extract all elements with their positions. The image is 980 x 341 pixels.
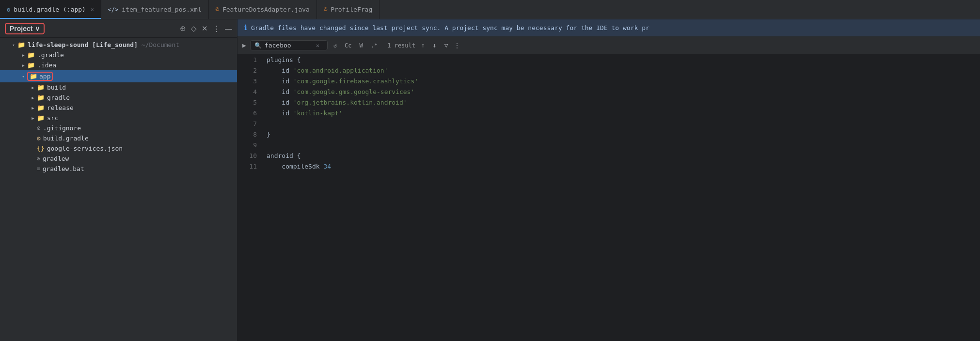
tab-close-build-gradle[interactable]: ✕ <box>91 6 94 13</box>
xml-tab-icon: </> <box>108 6 119 13</box>
tree-label-src: src <box>47 114 58 122</box>
bat-icon: ≡ <box>37 166 40 172</box>
code-line-10: android { <box>267 151 975 161</box>
java-tab-icon-1: © <box>216 6 219 13</box>
chevron-down-icon: ∨ <box>35 25 40 32</box>
expand-arrow-release[interactable]: ▶ <box>29 106 37 110</box>
search-clear-button[interactable]: ✕ <box>316 42 319 49</box>
expand-arrow-gradle[interactable]: ▶ <box>29 95 37 100</box>
folder-icon-root: 📁 <box>17 41 25 48</box>
tree-item-gradlew-bat[interactable]: ▶ ≡ gradlew.bat <box>0 164 237 174</box>
expand-arrow-root[interactable]: ▾ <box>10 43 17 47</box>
folder-icon-gradle: 📁 <box>37 94 45 101</box>
tree-label-app: app <box>39 73 50 80</box>
tab-label-build-gradle: build.gradle (:app) <box>14 6 86 13</box>
tree-label-gitignore: .gitignore <box>43 124 81 132</box>
content-area: ℹ Gradle files have changed since last p… <box>237 19 980 341</box>
tree-item-release[interactable]: ▶ 📁 release <box>0 103 237 113</box>
folder-icon-idea: 📁 <box>27 62 35 69</box>
tab-item-featured-pos[interactable]: </> item_featured_pos.xml <box>101 0 209 19</box>
sidebar: Project ∨ ⊕ ◇ ✕ ⋮ — ▾ 📁 life-sleep-sound… <box>0 19 237 341</box>
tab-feature-dots-adapter[interactable]: © FeatureDotsAdapter.java <box>209 0 317 19</box>
expand-arrow-build[interactable]: ▶ <box>29 85 37 90</box>
line-numbers: 1 2 3 4 5 6 7 8 9 10 11 <box>237 55 262 341</box>
search-input-wrapper: 🔍 ✕ <box>250 40 328 50</box>
info-banner: ℹ Gradle files have changed since last p… <box>237 19 980 36</box>
sidebar-actions: ⊕ ◇ ✕ ⋮ — <box>180 24 232 33</box>
search-magnify-icon: 🔍 <box>254 42 262 49</box>
search-options: ↺ Cc W .* <box>332 42 379 49</box>
search-more-icon[interactable]: ⋮ <box>454 42 460 49</box>
code-line-11: compileSdk 34 <box>267 161 975 172</box>
folder-icon-release: 📁 <box>37 104 45 111</box>
globe-icon-button[interactable]: ⊕ <box>180 24 186 33</box>
expand-arrow-idea[interactable]: ▶ <box>19 63 27 68</box>
tree-item-root[interactable]: ▾ 📁 life-sleep-sound [Life_sound] ~/Docu… <box>0 40 237 50</box>
folder-icon-gradle-hidden: 📁 <box>27 51 35 59</box>
tree-item-gradle-hidden[interactable]: ▶ 📁 .gradle <box>0 50 237 60</box>
app-folder-highlighted: 📁 app <box>27 72 53 81</box>
tab-build-gradle[interactable]: ⚙ build.gradle (:app) ✕ <box>0 0 101 19</box>
tree-label-release: release <box>47 104 74 111</box>
tree-label-google-services: google-services.json <box>47 145 123 152</box>
code-line-3: id 'com.google.firebase.crashlytics' <box>267 76 975 87</box>
tree-label-root: life-sleep-sound [Life_sound] ~/Document <box>28 41 179 48</box>
project-title-label: Project <box>10 25 32 32</box>
tab-bar: ⚙ build.gradle (:app) ✕ </> item_feature… <box>0 0 980 19</box>
json-file-icon: {} <box>37 145 45 152</box>
tree-item-build-gradle[interactable]: ▶ ⚙ build.gradle <box>0 133 237 143</box>
code-line-2: id 'com.android.application' <box>267 65 975 76</box>
search-refresh-icon[interactable]: ↺ <box>332 42 339 49</box>
expand-arrow-src[interactable]: ▶ <box>29 116 37 121</box>
search-bar: ▶ 🔍 ✕ ↺ Cc W .* 1 result ↑ ↓ ▽ ⋮ <box>237 36 980 55</box>
gitignore-icon: ⊘ <box>37 124 41 132</box>
java-tab-icon-2: © <box>324 6 327 13</box>
tree-item-gradlew[interactable]: ▶ ⊙ gradlew <box>0 154 237 164</box>
code-line-7 <box>267 119 975 129</box>
code-line-1: plugins { <box>267 55 975 65</box>
search-case-sensitive-button[interactable]: Cc <box>343 42 353 49</box>
tab-label-profile-frag: ProfileFrag <box>331 6 372 13</box>
project-dropdown-button[interactable]: Project ∨ <box>5 23 45 34</box>
search-whole-word-button[interactable]: W <box>358 42 365 49</box>
tree-item-src[interactable]: ▶ 📁 src <box>0 113 237 123</box>
diamond-icon-button[interactable]: ◇ <box>191 24 197 33</box>
code-editor: 1 2 3 4 5 6 7 8 9 10 11 plugins { id 'co… <box>237 55 980 341</box>
tree-label-gradlew-bat: gradlew.bat <box>43 165 84 172</box>
tree-item-gitignore[interactable]: ▶ ⊘ .gitignore <box>0 123 237 133</box>
tree-item-build[interactable]: ▶ 📁 build <box>0 82 237 93</box>
tab-label-feature-dots: FeatureDotsAdapter.java <box>222 6 310 13</box>
search-result-count: 1 result <box>387 42 415 49</box>
tree-item-idea[interactable]: ▶ 📁 .idea <box>0 60 237 70</box>
info-icon: ℹ <box>244 23 247 32</box>
exec-icon: ⊙ <box>37 155 40 162</box>
minimize-icon-button[interactable]: — <box>225 24 232 32</box>
tree-item-gradle[interactable]: ▶ 📁 gradle <box>0 93 237 103</box>
tab-profile-frag[interactable]: © ProfileFrag <box>317 0 379 19</box>
search-prev-button[interactable]: ↑ <box>419 41 427 49</box>
code-content[interactable]: plugins { id 'com.android.application' i… <box>262 55 980 341</box>
main-layout: Project ∨ ⊕ ◇ ✕ ⋮ — ▾ 📁 life-sleep-sound… <box>0 19 980 341</box>
expand-arrow-gradle-hidden[interactable]: ▶ <box>19 53 27 58</box>
tree-item-google-services[interactable]: ▶ {} google-services.json <box>0 143 237 154</box>
code-line-5: id 'org.jetbrains.kotlin.android' <box>267 97 975 108</box>
sidebar-header: Project ∨ ⊕ ◇ ✕ ⋮ — <box>0 19 237 38</box>
tab-label-item-featured: item_featured_pos.xml <box>122 6 201 13</box>
gradle-tab-icon: ⚙ <box>7 6 10 13</box>
search-toggle-icon[interactable]: ▶ <box>242 42 246 49</box>
tree-item-app[interactable]: ▾ 📁 app <box>0 70 237 82</box>
tree-label-gradle-hidden: .gradle <box>37 51 64 59</box>
search-input[interactable] <box>265 42 313 49</box>
code-line-8: } <box>267 129 975 140</box>
more-icon-button[interactable]: ⋮ <box>213 24 220 33</box>
close-icon-button[interactable]: ✕ <box>202 24 208 33</box>
gradle-file-icon: ⚙ <box>37 135 41 142</box>
tree-label-build: build <box>47 84 66 91</box>
search-next-button[interactable]: ↓ <box>431 41 439 49</box>
folder-icon-src: 📁 <box>37 114 45 122</box>
tree-label-gradle: gradle <box>47 94 70 101</box>
expand-arrow-app[interactable]: ▾ <box>19 74 27 79</box>
search-regex-button[interactable]: .* <box>369 42 379 49</box>
tree-label-build-gradle-file: build.gradle <box>43 135 89 142</box>
search-filter-icon[interactable]: ▽ <box>443 41 450 49</box>
